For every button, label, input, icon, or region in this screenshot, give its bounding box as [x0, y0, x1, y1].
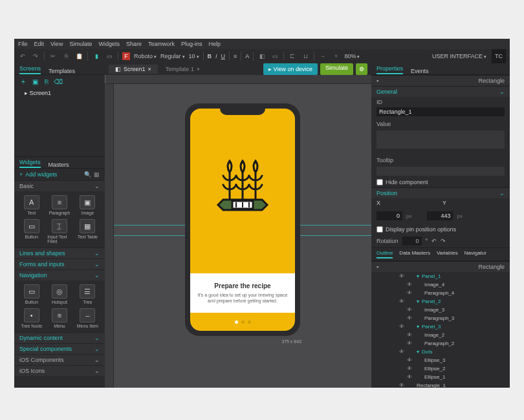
- view-on-device-button[interactable]: ▸ View on device: [263, 63, 318, 75]
- dot-1[interactable]: [235, 320, 238, 324]
- zoom-select[interactable]: 80%: [344, 53, 360, 59]
- redo-icon[interactable]: ↷: [31, 52, 40, 61]
- font-weight-select[interactable]: Regular: [160, 53, 185, 59]
- underline-icon[interactable]: U: [221, 53, 226, 59]
- category-lines[interactable]: Lines and shapes⌄: [14, 247, 105, 258]
- visibility-icon[interactable]: 👁: [406, 357, 413, 363]
- visibility-icon[interactable]: 👁: [406, 332, 413, 338]
- align-center-icon[interactable]: ⊔: [301, 52, 310, 61]
- new-folder-icon[interactable]: ▣: [31, 78, 39, 85]
- outline-item[interactable]: 👁Rectangle_1: [371, 381, 510, 388]
- menu-edit[interactable]: Edit: [34, 41, 45, 47]
- outline-item[interactable]: 👁Paragraph_3: [371, 314, 510, 322]
- value-input[interactable]: [377, 131, 505, 149]
- visibility-icon[interactable]: 👁: [406, 341, 413, 346]
- menu-share[interactable]: Share: [126, 41, 142, 47]
- ruler-horizontal[interactable]: [105, 75, 371, 84]
- visibility-icon[interactable]: 👁: [406, 366, 413, 372]
- pin-checkbox[interactable]: [377, 226, 383, 233]
- section-general[interactable]: General⌄: [371, 86, 510, 97]
- outline-item[interactable]: 👁Paragraph_2: [371, 339, 510, 348]
- widget-menu-item[interactable]: –Menu Item: [76, 308, 100, 328]
- visibility-icon[interactable]: 👁: [398, 299, 405, 304]
- tab-screens[interactable]: Screens: [19, 65, 41, 74]
- tab-properties[interactable]: Properties: [377, 65, 403, 74]
- menu-plugins[interactable]: Plug-ins: [181, 41, 202, 47]
- undo-icon[interactable]: ↶: [18, 52, 27, 61]
- visibility-icon[interactable]: 👁: [406, 315, 413, 321]
- device-tablet-icon[interactable]: ▭: [105, 52, 114, 61]
- device-screen[interactable]: Prepare the recipe It's a good idea to s…: [190, 109, 295, 331]
- category-navigation[interactable]: Navigation⌄: [14, 269, 105, 280]
- visibility-icon[interactable]: 👁: [406, 374, 413, 380]
- tab-templates[interactable]: Templates: [49, 68, 75, 74]
- paste-icon[interactable]: 📋: [74, 52, 83, 61]
- tab-widgets[interactable]: Widgets: [19, 159, 41, 168]
- tab-navigator[interactable]: Navigator: [464, 250, 486, 258]
- visibility-icon[interactable]: 👁: [406, 307, 413, 313]
- menu-simulate[interactable]: Simulate: [69, 41, 92, 47]
- tab-masters[interactable]: Masters: [49, 162, 69, 168]
- category-ios-icons[interactable]: iOS Icons⌄: [14, 365, 105, 376]
- visibility-icon[interactable]: 👁: [398, 349, 405, 355]
- outline-item[interactable]: 👁Ellipse_2: [371, 364, 510, 373]
- add-widgets-button[interactable]: + Add widgets 🔍 ▦: [14, 169, 105, 180]
- text-align-icon[interactable]: ≡: [234, 53, 237, 59]
- widget-input-text-field[interactable]: ⌶Input Text Field: [47, 219, 71, 244]
- outline-item[interactable]: 👁Image_2: [371, 331, 510, 339]
- font-size-select[interactable]: 10: [189, 53, 199, 59]
- ruler-vertical[interactable]: [105, 84, 114, 388]
- outline-item[interactable]: 👁▾ Dots: [371, 348, 510, 356]
- category-dynamic[interactable]: Dynamic content⌄: [14, 332, 105, 343]
- project-name[interactable]: USER INTERFACE: [432, 53, 486, 59]
- add-screen-icon[interactable]: +: [19, 78, 27, 85]
- simulate-button[interactable]: Simulate: [320, 63, 353, 75]
- outline-item[interactable]: 👁Ellipse_3: [371, 356, 510, 364]
- visibility-icon[interactable]: 👁: [398, 324, 405, 330]
- user-badge[interactable]: TC: [492, 49, 506, 63]
- x-input[interactable]: 0: [377, 211, 402, 220]
- id-input[interactable]: [377, 107, 505, 116]
- search-icon[interactable]: 🔍: [84, 171, 91, 178]
- italic-icon[interactable]: I: [215, 53, 217, 59]
- rotate-cw-icon[interactable]: ↷: [441, 238, 446, 244]
- text-color-icon[interactable]: A: [245, 53, 249, 59]
- outline-item[interactable]: 👁Image_3: [371, 306, 510, 314]
- widget-button[interactable]: ▭Button: [19, 219, 43, 244]
- canvas-tab-template1[interactable]: Template 1 ×: [159, 65, 206, 74]
- category-forms[interactable]: Forms and inputs⌄: [14, 258, 105, 269]
- tab-outline[interactable]: Outline: [377, 250, 393, 258]
- canvas-tab-screen1[interactable]: ◧ Screen1 ×: [109, 65, 158, 74]
- widget-text[interactable]: AText: [19, 195, 43, 215]
- screen-item[interactable]: ▸ Screen1: [14, 88, 105, 98]
- hide-checkbox[interactable]: [377, 179, 383, 185]
- menu-widgets[interactable]: Widgets: [98, 41, 120, 47]
- close-tab-icon[interactable]: ×: [197, 66, 200, 72]
- outline-item[interactable]: 👁▾ Panel_3: [371, 322, 510, 331]
- canvas[interactable]: Prepare the recipe It's a good idea to s…: [114, 84, 371, 388]
- tab-data-masters[interactable]: Data Masters: [399, 250, 430, 258]
- outline-item[interactable]: 👁▾ Panel_2: [371, 297, 510, 306]
- device-phone-icon[interactable]: ▮: [92, 52, 101, 61]
- y-input[interactable]: 443: [427, 211, 453, 220]
- menu-file[interactable]: File: [18, 41, 28, 47]
- category-special[interactable]: Special components⌄: [14, 343, 105, 354]
- fill-icon[interactable]: ◧: [257, 52, 267, 61]
- menu-teamwork[interactable]: Teamwork: [148, 41, 175, 47]
- font-swatch-icon[interactable]: F: [122, 52, 130, 60]
- stroke-icon[interactable]: ▭: [270, 52, 279, 61]
- visibility-icon[interactable]: 👁: [406, 282, 413, 288]
- visibility-icon[interactable]: 👁: [398, 273, 405, 279]
- category-ios-components[interactable]: iOS Components⌄: [14, 354, 105, 365]
- dot-2[interactable]: [241, 320, 245, 324]
- zoom-in-icon[interactable]: +: [331, 52, 340, 61]
- menu-help[interactable]: Help: [208, 41, 221, 47]
- zoom-out-icon[interactable]: −: [318, 52, 327, 61]
- widget-button[interactable]: ▭Button: [19, 284, 43, 304]
- visibility-icon[interactable]: 👁: [406, 290, 413, 296]
- widget-paragraph[interactable]: ≡Paragraph: [47, 195, 71, 215]
- tab-variables[interactable]: Variables: [437, 250, 458, 258]
- rotation-input[interactable]: 0: [402, 236, 422, 246]
- widget-menu[interactable]: ≡Menu: [47, 308, 71, 328]
- widget-tree-node[interactable]: •Tree Node: [19, 308, 43, 328]
